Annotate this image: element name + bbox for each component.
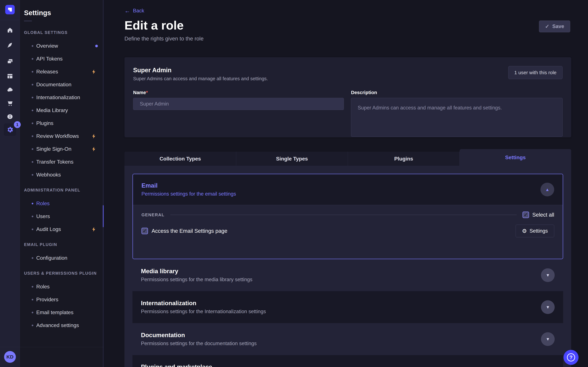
sidebar-item-providers[interactable]: Providers bbox=[20, 293, 104, 306]
notification-dot-icon bbox=[95, 45, 98, 47]
settings-subnav: Settings GLOBAL SETTINGS Overview API To… bbox=[20, 0, 104, 367]
tab-settings[interactable]: Settings bbox=[460, 149, 571, 166]
tab-plugins[interactable]: Plugins bbox=[348, 152, 460, 166]
content-builder-pen-icon[interactable] bbox=[6, 41, 14, 49]
chevron-down-icon: ▼ bbox=[546, 337, 550, 341]
access-email-settings-label: Access the Email Settings page bbox=[152, 228, 227, 234]
tab-collection-types[interactable]: Collection Types bbox=[124, 152, 236, 166]
email-settings-button[interactable]: ⚙ Settings bbox=[516, 225, 554, 237]
avatar[interactable]: KD bbox=[4, 351, 16, 363]
sidebar-item-plugins[interactable]: Plugins bbox=[20, 117, 104, 130]
sidebar-item-documentation[interactable]: Documentation bbox=[20, 78, 104, 91]
description-field-label: Description bbox=[351, 90, 377, 95]
help-button[interactable]: ? bbox=[563, 350, 579, 365]
accordion-documentation[interactable]: Documentation Permissions settings for t… bbox=[132, 323, 563, 355]
accordion-media-library[interactable]: Media library Permissions settings for t… bbox=[132, 259, 563, 291]
chevron-down-icon: ▼ bbox=[546, 273, 550, 277]
bullet-icon bbox=[32, 84, 33, 85]
strapi-logo[interactable] bbox=[5, 5, 15, 14]
sidebar-item-internationalization[interactable]: Internationalization bbox=[20, 91, 104, 104]
sidebar-item-review-workflows[interactable]: Review Workflows bbox=[20, 130, 104, 142]
tab-single-types[interactable]: Single Types bbox=[236, 152, 348, 166]
permissions-tabs: Collection Types Single Types Plugins Se… bbox=[124, 149, 571, 166]
expand-button[interactable]: ▼ bbox=[541, 300, 555, 314]
save-button[interactable]: ✓ Save bbox=[539, 21, 570, 32]
back-label: Back bbox=[133, 8, 144, 14]
section-administration-panel: ADMINISTRATION PANEL Roles Users Audit L… bbox=[20, 188, 104, 236]
chevron-down-icon: ▼ bbox=[546, 305, 550, 309]
layout-icon[interactable] bbox=[6, 72, 14, 80]
subnav-scrollbar-thumb[interactable] bbox=[103, 205, 104, 227]
checkmark-icon: ✓ bbox=[143, 228, 147, 234]
users-with-role-button[interactable]: 1 user with this role bbox=[508, 66, 562, 79]
accordion-title: Documentation bbox=[141, 332, 257, 339]
bullet-icon bbox=[32, 45, 33, 47]
sidebar-item-webhooks[interactable]: Webhooks bbox=[20, 168, 104, 181]
bullet-icon bbox=[32, 216, 33, 217]
name-input[interactable] bbox=[133, 98, 344, 110]
page-title: Edit a role bbox=[124, 18, 184, 32]
access-email-settings-checkbox[interactable]: ✓ bbox=[141, 228, 148, 234]
accordion-subtitle: Permissions settings for the email setti… bbox=[141, 191, 236, 197]
bullet-icon bbox=[32, 312, 33, 313]
gear-icon: ⚙ bbox=[522, 228, 527, 234]
save-label: Save bbox=[552, 24, 564, 29]
back-arrow-icon: ← bbox=[124, 8, 130, 14]
bullet-icon bbox=[32, 299, 33, 300]
bullet-icon bbox=[32, 123, 33, 124]
sidebar-item-media-library[interactable]: Media Library bbox=[20, 104, 104, 117]
accordion-title: Internationalization bbox=[141, 300, 266, 307]
general-section-label: GENERAL bbox=[141, 212, 164, 217]
sidebar-item-audit-logs[interactable]: Audit Logs bbox=[20, 223, 104, 236]
accordion-title: Media library bbox=[141, 268, 252, 275]
check-icon: ✓ bbox=[545, 23, 549, 30]
media-library-icon[interactable] bbox=[6, 58, 14, 66]
accordion-email: Email Permissions settings for the email… bbox=[132, 174, 563, 259]
sidebar-item-api-tokens[interactable]: API Tokens bbox=[20, 52, 104, 65]
marketplace-cart-icon[interactable] bbox=[6, 99, 14, 107]
expand-button[interactable]: ▼ bbox=[541, 332, 555, 346]
back-link[interactable]: ← Back bbox=[124, 8, 144, 14]
sidebar-item-roles-admin[interactable]: Roles bbox=[20, 197, 104, 210]
sidebar-item-releases[interactable]: Releases bbox=[20, 65, 104, 78]
sidebar-item-configuration[interactable]: Configuration bbox=[20, 251, 104, 264]
accordion-plugins-marketplace[interactable]: Plugins and marketplace bbox=[132, 355, 563, 367]
lightning-icon bbox=[91, 133, 96, 139]
sidebar-item-transfer-tokens[interactable]: Transfer Tokens bbox=[20, 155, 104, 168]
info-icon[interactable] bbox=[6, 113, 14, 121]
required-asterisk: * bbox=[146, 90, 148, 95]
cloud-icon[interactable] bbox=[6, 86, 14, 94]
icon-rail: 1 KD bbox=[0, 0, 20, 367]
sidebar-item-users[interactable]: Users bbox=[20, 210, 104, 223]
section-global-settings: GLOBAL SETTINGS Overview API Tokens Rele… bbox=[20, 30, 104, 181]
bullet-icon bbox=[32, 135, 33, 137]
section-label: ADMINISTRATION PANEL bbox=[24, 188, 104, 192]
accordion-title: Email bbox=[141, 182, 236, 189]
collapse-button[interactable]: ▲ bbox=[540, 183, 554, 196]
bullet-icon bbox=[32, 257, 33, 259]
accordion-internationalization[interactable]: Internationalization Permissions setting… bbox=[132, 291, 563, 323]
home-icon[interactable] bbox=[6, 26, 14, 34]
select-all-control[interactable]: ✓ Select all bbox=[522, 212, 554, 218]
select-all-checkbox[interactable]: ✓ bbox=[522, 212, 529, 218]
description-textarea[interactable]: Super Admins can access and manage all f… bbox=[351, 98, 562, 137]
name-field-label: Name* bbox=[133, 90, 148, 95]
sidebar-item-advanced-settings[interactable]: Advanced settings bbox=[20, 319, 104, 332]
lightning-icon bbox=[91, 227, 96, 232]
accordion-email-header[interactable]: Email Permissions settings for the email… bbox=[133, 174, 563, 205]
expand-button[interactable]: ▼ bbox=[541, 268, 555, 282]
bullet-icon bbox=[32, 110, 33, 111]
sidebar-item-roles-up[interactable]: Roles bbox=[20, 280, 104, 293]
sidebar-item-overview[interactable]: Overview bbox=[20, 40, 104, 52]
bullet-icon bbox=[32, 71, 33, 73]
bullet-icon bbox=[32, 148, 33, 150]
subnav-title-rule bbox=[24, 21, 32, 21]
settings-gear-active[interactable]: 1 bbox=[4, 124, 16, 136]
sidebar-item-single-sign-on[interactable]: Single Sign-On bbox=[20, 142, 104, 155]
sidebar-item-email-templates[interactable]: Email templates bbox=[20, 306, 104, 319]
lightning-icon bbox=[91, 69, 96, 74]
sidebar-bottom-divider bbox=[0, 347, 104, 347]
rail-divider bbox=[0, 20, 20, 20]
subnav-scrollbar-track bbox=[103, 0, 104, 367]
section-label: EMAIL PLUGIN bbox=[24, 242, 104, 247]
